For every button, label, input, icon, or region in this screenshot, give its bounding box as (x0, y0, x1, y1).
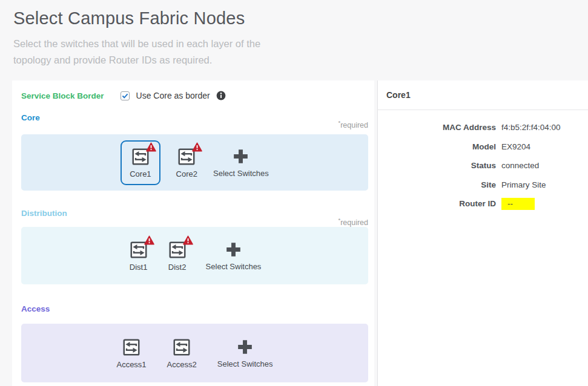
use-core-as-border-label: Use Core as border (136, 91, 210, 100)
select-switches-button-access[interactable]: Select Switches (217, 338, 273, 368)
detail-value: EX9204 (501, 142, 530, 151)
details-rows: MAC Address f4:b5:2f:f4:04:00 Model EX92… (378, 110, 588, 214)
warning-icon (192, 142, 202, 152)
detail-row-mac-address: MAC Address f4:b5:2f:f4:04:00 (378, 118, 588, 137)
required-label-core: *required (338, 119, 368, 129)
detail-row-status: Status connected (378, 156, 588, 175)
select-switches-button-core[interactable]: Select Switches (213, 148, 269, 178)
select-switches-label: Select Switches (213, 169, 269, 178)
select-switches-label: Select Switches (217, 359, 273, 368)
switch-icon (171, 337, 192, 358)
page-header: Select Campus Fabric Nodes Select the sw… (13, 8, 352, 68)
detail-label: Router ID (378, 199, 496, 208)
core-node-box: Core1 Core2 (21, 134, 368, 191)
router-id-highlighted-value[interactable]: -- (501, 198, 535, 210)
node-label: Dist1 (130, 263, 148, 272)
node-label: Core2 (176, 169, 197, 178)
plus-icon (225, 241, 242, 261)
node-label: Access2 (167, 360, 197, 369)
detail-row-router-id: Router ID -- (378, 194, 588, 214)
warning-icon (146, 142, 156, 152)
plus-icon (232, 148, 249, 168)
section-label-distribution: Distribution (21, 209, 67, 218)
warning-icon (144, 235, 154, 245)
fabric-nodes-panel: Service Block Border Use Core as border … (12, 80, 374, 386)
switch-icon (128, 240, 149, 260)
section-label-access: Access (21, 304, 50, 313)
node-access2[interactable]: Access2 (167, 337, 197, 369)
detail-row-model: Model EX9204 (378, 137, 588, 157)
access-node-box: Access1 Access2 Select Switches (21, 324, 368, 382)
node-core2[interactable]: Core2 (176, 146, 197, 178)
switch-icon (130, 146, 151, 167)
switch-icon (176, 146, 197, 167)
select-switches-label: Select Switches (206, 262, 262, 271)
detail-value: f4:b5:2f:f4:04:00 (501, 123, 561, 132)
node-access1[interactable]: Access1 (116, 337, 146, 369)
node-details-panel: Core1 MAC Address f4:b5:2f:f4:04:00 Mode… (377, 80, 588, 386)
details-title: Core1 (378, 80, 588, 110)
switch-icon (167, 240, 188, 260)
use-core-as-border-checkbox[interactable] (121, 91, 130, 100)
switch-icon (121, 337, 142, 358)
plus-icon (236, 338, 254, 358)
detail-label: Site (378, 180, 496, 189)
required-label-distribution: *required (338, 217, 368, 227)
page-subtitle: Select the switches that will be used in… (13, 36, 291, 68)
node-label: Access1 (116, 360, 146, 369)
page-title: Select Campus Fabric Nodes (13, 8, 352, 28)
detail-row-site: Site Primary Site (378, 175, 588, 195)
select-switches-button-distribution[interactable]: Select Switches (206, 241, 262, 271)
detail-value: Primary Site (501, 180, 546, 189)
service-block-border-row: Service Block Border Use Core as border (21, 91, 226, 100)
detail-label: Model (378, 142, 496, 151)
detail-value: connected (501, 161, 539, 170)
node-label: Dist2 (168, 263, 187, 272)
node-dist1[interactable]: Dist1 (128, 240, 149, 272)
warning-icon (183, 235, 193, 245)
node-dist2[interactable]: Dist2 (167, 240, 188, 272)
info-icon[interactable] (216, 91, 226, 100)
distribution-node-box: Dist1 Dist2 (21, 227, 368, 284)
section-label-core: Core (21, 113, 40, 122)
node-label: Core1 (130, 169, 151, 178)
detail-label: MAC Address (378, 123, 496, 132)
node-core1[interactable]: Core1 (121, 140, 160, 185)
service-block-border-label: Service Block Border (21, 91, 104, 100)
detail-label: Status (378, 161, 496, 170)
checkmark-icon (122, 93, 128, 99)
